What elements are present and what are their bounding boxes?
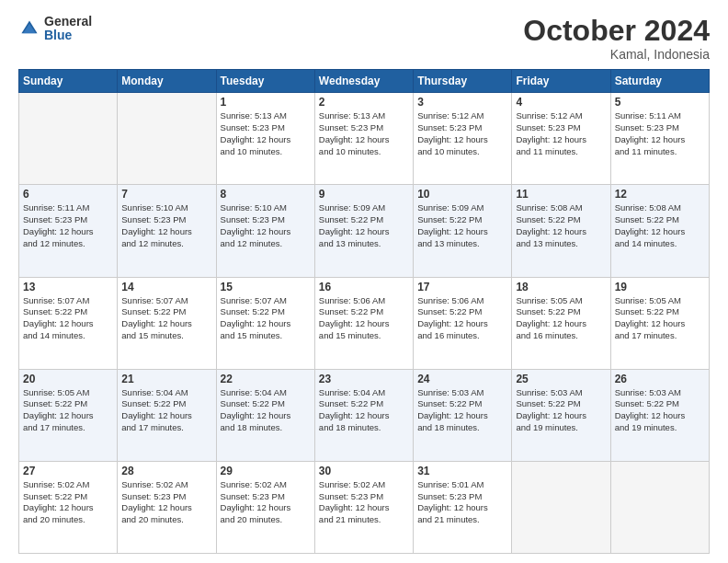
calendar-cell: 11Sunrise: 5:08 AM Sunset: 5:22 PM Dayli…	[512, 185, 610, 277]
calendar-cell: 8Sunrise: 5:10 AM Sunset: 5:23 PM Daylig…	[216, 185, 314, 277]
calendar-cell: 23Sunrise: 5:04 AM Sunset: 5:22 PM Dayli…	[314, 369, 413, 461]
day-info: Sunrise: 5:10 AM Sunset: 5:23 PM Dayligh…	[121, 202, 211, 249]
day-info: Sunrise: 5:03 AM Sunset: 5:22 PM Dayligh…	[615, 387, 705, 434]
calendar-cell: 22Sunrise: 5:04 AM Sunset: 5:22 PM Dayli…	[216, 369, 314, 461]
day-number: 6	[23, 188, 113, 201]
weekday-header-saturday: Saturday	[610, 70, 709, 93]
day-number: 21	[121, 373, 211, 385]
day-info: Sunrise: 5:08 AM Sunset: 5:22 PM Dayligh…	[516, 202, 606, 249]
day-number: 22	[221, 373, 311, 385]
calendar-cell: 25Sunrise: 5:03 AM Sunset: 5:22 PM Dayli…	[512, 369, 610, 461]
calendar-cell	[118, 93, 216, 185]
day-info: Sunrise: 5:05 AM Sunset: 5:22 PM Dayligh…	[23, 387, 113, 434]
weekday-header-row: SundayMondayTuesdayWednesdayThursdayFrid…	[19, 70, 710, 93]
week-row-3: 13Sunrise: 5:07 AM Sunset: 5:22 PM Dayli…	[19, 277, 710, 369]
weekday-header-wednesday: Wednesday	[314, 70, 413, 93]
day-number: 13	[23, 281, 113, 293]
calendar-cell: 18Sunrise: 5:05 AM Sunset: 5:22 PM Dayli…	[512, 277, 610, 369]
day-info: Sunrise: 5:04 AM Sunset: 5:22 PM Dayligh…	[221, 387, 311, 434]
calendar-cell: 15Sunrise: 5:07 AM Sunset: 5:22 PM Dayli…	[216, 277, 314, 369]
day-info: Sunrise: 5:09 AM Sunset: 5:22 PM Dayligh…	[417, 202, 507, 249]
calendar-cell: 7Sunrise: 5:10 AM Sunset: 5:23 PM Daylig…	[118, 185, 216, 277]
day-info: Sunrise: 5:06 AM Sunset: 5:22 PM Dayligh…	[319, 295, 409, 342]
logo: General Blue	[18, 15, 92, 43]
header: General Blue October 2024 Kamal, Indones…	[18, 15, 710, 62]
day-info: Sunrise: 5:02 AM Sunset: 5:23 PM Dayligh…	[121, 479, 211, 526]
calendar-cell: 5Sunrise: 5:11 AM Sunset: 5:23 PM Daylig…	[610, 93, 709, 185]
day-info: Sunrise: 5:03 AM Sunset: 5:22 PM Dayligh…	[417, 387, 507, 434]
day-info: Sunrise: 5:02 AM Sunset: 5:23 PM Dayligh…	[319, 479, 409, 526]
day-info: Sunrise: 5:13 AM Sunset: 5:23 PM Dayligh…	[319, 110, 409, 157]
week-row-1: 1Sunrise: 5:13 AM Sunset: 5:23 PM Daylig…	[19, 93, 710, 185]
day-info: Sunrise: 5:03 AM Sunset: 5:22 PM Dayligh…	[516, 387, 606, 434]
calendar-cell: 21Sunrise: 5:04 AM Sunset: 5:22 PM Dayli…	[118, 369, 216, 461]
day-number: 7	[121, 188, 211, 201]
calendar-cell: 24Sunrise: 5:03 AM Sunset: 5:22 PM Dayli…	[414, 369, 512, 461]
day-info: Sunrise: 5:12 AM Sunset: 5:23 PM Dayligh…	[516, 110, 606, 157]
day-info: Sunrise: 5:02 AM Sunset: 5:23 PM Dayligh…	[221, 479, 311, 526]
week-row-5: 27Sunrise: 5:02 AM Sunset: 5:22 PM Dayli…	[19, 461, 710, 553]
logo-general: General	[44, 15, 92, 29]
day-number: 18	[516, 281, 606, 293]
weekday-header-tuesday: Tuesday	[216, 70, 314, 93]
logo-blue: Blue	[44, 29, 92, 42]
weekday-header-friday: Friday	[512, 70, 610, 93]
day-info: Sunrise: 5:05 AM Sunset: 5:22 PM Dayligh…	[516, 295, 606, 342]
day-info: Sunrise: 5:09 AM Sunset: 5:22 PM Dayligh…	[319, 202, 409, 249]
calendar-cell: 14Sunrise: 5:07 AM Sunset: 5:22 PM Dayli…	[118, 277, 216, 369]
day-number: 14	[121, 281, 211, 293]
day-info: Sunrise: 5:01 AM Sunset: 5:23 PM Dayligh…	[417, 479, 507, 526]
day-number: 10	[417, 188, 507, 201]
day-info: Sunrise: 5:11 AM Sunset: 5:23 PM Dayligh…	[23, 202, 113, 249]
calendar-cell: 1Sunrise: 5:13 AM Sunset: 5:23 PM Daylig…	[216, 93, 314, 185]
day-number: 26	[615, 373, 705, 385]
day-number: 8	[221, 188, 311, 201]
title-block: October 2024 Kamal, Indonesia	[523, 15, 710, 62]
day-info: Sunrise: 5:05 AM Sunset: 5:22 PM Dayligh…	[615, 295, 705, 342]
day-number: 15	[221, 281, 311, 293]
day-info: Sunrise: 5:06 AM Sunset: 5:22 PM Dayligh…	[417, 295, 507, 342]
day-info: Sunrise: 5:10 AM Sunset: 5:23 PM Dayligh…	[221, 202, 311, 249]
day-number: 4	[516, 96, 606, 109]
calendar-cell: 17Sunrise: 5:06 AM Sunset: 5:22 PM Dayli…	[414, 277, 512, 369]
calendar-cell: 9Sunrise: 5:09 AM Sunset: 5:22 PM Daylig…	[314, 185, 413, 277]
day-number: 20	[23, 373, 113, 385]
calendar-cell: 19Sunrise: 5:05 AM Sunset: 5:22 PM Dayli…	[610, 277, 709, 369]
calendar-cell: 27Sunrise: 5:02 AM Sunset: 5:22 PM Dayli…	[19, 461, 118, 553]
day-number: 30	[319, 465, 409, 477]
page: General Blue October 2024 Kamal, Indones…	[0, 0, 728, 563]
day-info: Sunrise: 5:04 AM Sunset: 5:22 PM Dayligh…	[121, 387, 211, 434]
calendar-cell: 29Sunrise: 5:02 AM Sunset: 5:23 PM Dayli…	[216, 461, 314, 553]
day-info: Sunrise: 5:07 AM Sunset: 5:22 PM Dayligh…	[121, 295, 211, 342]
week-row-2: 6Sunrise: 5:11 AM Sunset: 5:23 PM Daylig…	[19, 185, 710, 277]
calendar-cell: 3Sunrise: 5:12 AM Sunset: 5:23 PM Daylig…	[414, 93, 512, 185]
calendar-cell: 13Sunrise: 5:07 AM Sunset: 5:22 PM Dayli…	[19, 277, 118, 369]
day-info: Sunrise: 5:07 AM Sunset: 5:22 PM Dayligh…	[221, 295, 311, 342]
calendar-cell	[512, 461, 610, 553]
day-info: Sunrise: 5:04 AM Sunset: 5:22 PM Dayligh…	[319, 387, 409, 434]
day-info: Sunrise: 5:11 AM Sunset: 5:23 PM Dayligh…	[615, 110, 705, 157]
day-info: Sunrise: 5:07 AM Sunset: 5:22 PM Dayligh…	[23, 295, 113, 342]
day-number: 11	[516, 188, 606, 201]
weekday-header-monday: Monday	[118, 70, 216, 93]
calendar-cell: 26Sunrise: 5:03 AM Sunset: 5:22 PM Dayli…	[610, 369, 709, 461]
day-number: 3	[417, 96, 507, 109]
day-info: Sunrise: 5:13 AM Sunset: 5:23 PM Dayligh…	[221, 110, 311, 157]
day-number: 28	[121, 465, 211, 477]
day-info: Sunrise: 5:12 AM Sunset: 5:23 PM Dayligh…	[417, 110, 507, 157]
week-row-4: 20Sunrise: 5:05 AM Sunset: 5:22 PM Dayli…	[19, 369, 710, 461]
day-number: 25	[516, 373, 606, 385]
day-number: 31	[417, 465, 507, 477]
calendar-table: SundayMondayTuesdayWednesdayThursdayFrid…	[18, 69, 710, 554]
day-number: 27	[23, 465, 113, 477]
calendar-cell: 4Sunrise: 5:12 AM Sunset: 5:23 PM Daylig…	[512, 93, 610, 185]
day-number: 29	[221, 465, 311, 477]
weekday-header-sunday: Sunday	[19, 70, 118, 93]
day-number: 1	[221, 96, 311, 109]
day-number: 9	[319, 188, 409, 201]
day-number: 23	[319, 373, 409, 385]
calendar-cell: 12Sunrise: 5:08 AM Sunset: 5:22 PM Dayli…	[610, 185, 709, 277]
logo-text: General Blue	[44, 15, 92, 43]
day-number: 5	[615, 96, 705, 109]
calendar-cell: 10Sunrise: 5:09 AM Sunset: 5:22 PM Dayli…	[414, 185, 512, 277]
